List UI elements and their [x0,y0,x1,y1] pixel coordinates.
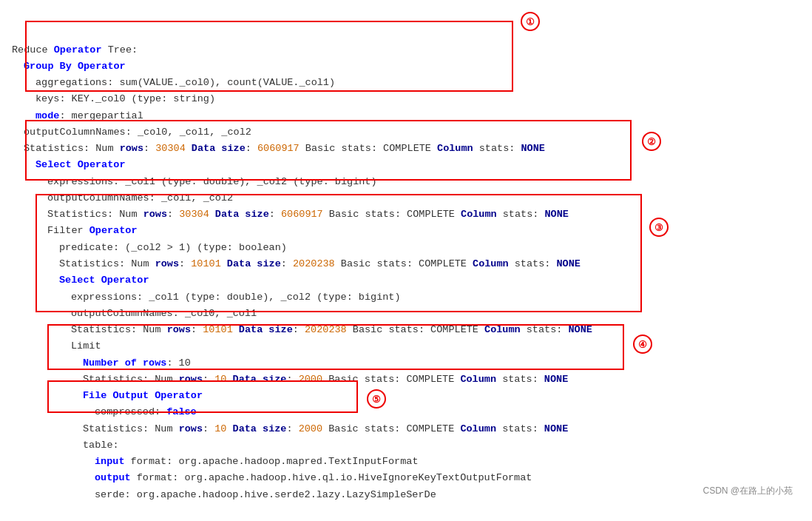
code-line: mode: mergepartial [12,108,800,124]
code-token: NONE [521,143,544,154]
code-token: : [269,209,281,220]
code-token: Basic stats: COMPLETE [347,324,484,335]
code-line: Reduce Operator Tree: [12,42,800,58]
code-token: Column [437,143,473,154]
code-token: compressed: [95,406,166,417]
code-token: outputColumnNames: _col1, _col2 [47,192,233,204]
code-token: rows [155,258,179,269]
code-token: Basic stats: COMPLETE [335,258,473,269]
code-line: Select Operator [12,157,800,173]
code-token: Statistics: Num [71,324,167,335]
code-token: Basic stats: COMPLETE [300,143,437,154]
badge-1: ① [521,12,540,31]
code-token: stats: [496,374,544,385]
code-token: Operator [89,225,138,236]
code-line: table: [12,437,800,454]
code-line: Statistics: Num rows: 10101 Data size: 2… [12,256,800,272]
code-line: File Output Operator [12,388,800,404]
code-token: : 10 [166,357,190,369]
code-token: : [167,209,179,220]
code-token: Data size [233,423,287,434]
code-token: 10101 [203,324,233,335]
code-token: stats: [497,209,545,220]
code-token: format: org.apache.hadoop.hive.ql.io.Hiv… [131,472,532,483]
code-token: rows [120,143,143,154]
code-token: expressions: _col1 (type: double), _col2… [71,292,401,303]
code-token: : [179,258,191,269]
code-token: input [95,456,125,467]
code-token: NONE [544,423,568,434]
code-token: Statistics: Num [83,374,179,385]
code-token: Data size [233,374,287,385]
code-token: 10101 [191,258,221,269]
code-line: keys: KEY._col0 (type: string) [12,91,800,107]
code-token: Column [460,374,496,385]
code-token: output [95,472,131,483]
code-token: : [143,143,155,154]
code-token: mode [35,110,59,121]
code-line: aggregations: sum(VALUE._col0), count(VA… [12,75,800,91]
code-token: Reduce [12,44,54,56]
code-token: : [246,143,257,154]
badge-3: ③ [649,218,669,237]
code-line: Statistics: Num rows: 30304 Data size: 6… [12,206,800,223]
code-token: File Output Operator [83,390,203,401]
code-token: outputColumnNames: _col0, _col1, _col2 [24,127,251,138]
code-token [209,209,215,220]
code-token: Statistics: Num [24,143,120,154]
code-token: expressions: _col1 (type: double), _col2… [47,176,377,187]
code-line: outputColumnNames: _col0, _col1, _col2 [12,124,800,141]
code-token: rows [179,374,203,385]
code-token: Group By Operator [24,61,126,72]
code-token [221,258,227,269]
code-line: serde: org.apache.hadoop.hive.serde2.laz… [12,487,800,503]
code-token: 2020238 [293,258,335,269]
code-line: outputColumnNames: _col0, _col1 [12,306,800,322]
code-token: Basic stats: COMPLETE [323,209,461,220]
code-token: 2000 [299,374,322,385]
code-token: : [286,374,298,385]
code-line: Statistics: Num rows: 10 Data size: 2000… [12,372,800,388]
code-display: Reduce Operator Tree:Group By Operatorag… [12,9,800,503]
code-token: Statistics: Num [47,209,143,220]
code-token: : mergepartial [59,110,143,121]
code-token: 2020238 [305,324,347,335]
code-token: Number of rows [83,357,166,369]
code-token: Column [473,258,509,269]
code-token: stats: [473,143,521,154]
code-line: Group By Operator [12,58,800,75]
code-token: Data size [227,258,281,269]
code-line: outputColumnNames: _col1, _col2 [12,190,800,206]
code-line: Number of rows: 10 [12,355,800,372]
code-line: input format: org.apache.hadoop.mapred.T… [12,454,800,470]
code-line: predicate: (_col2 > 1) (type: boolean) [12,240,800,256]
code-line: output format: org.apache.hadoop.hive.ql… [12,470,800,486]
code-token: : [203,423,214,434]
code-token: Statistics: Num [59,258,155,269]
code-line: Limit [12,338,800,354]
code-token: Data size [192,143,246,154]
code-token: Basic stats: COMPLETE [322,423,460,434]
code-line: expressions: _col1 (type: double), _col2… [12,289,800,306]
code-token: Select [35,159,72,170]
code-token: Select [59,275,95,286]
code-line: Statistics: Num rows: 10101 Data size: 2… [12,322,800,338]
badge-5: ⑤ [367,389,386,409]
code-line: Statistics: Num rows: 30304 Data size: 6… [12,141,800,157]
code-token: rows [143,209,167,220]
code-token: : [286,423,298,434]
code-token: 10 [214,423,226,434]
code-token: 30304 [155,143,186,154]
code-token: Column [461,209,497,220]
code-token: table: [83,440,119,451]
code-token: predicate: (_col2 > 1) (type: boolean) [59,242,287,253]
code-token: Statistics: Num [83,423,179,434]
code-token: : [281,258,293,269]
code-token: : [191,324,203,335]
code-line: Select Operator [12,272,800,289]
code-token: Tree: [102,44,138,56]
code-token: 6060917 [257,143,300,154]
code-token: outputColumnNames: _col0, _col1 [71,308,257,319]
code-token: NONE [544,209,568,220]
code-token: keys: KEY._col0 (type: string) [35,93,215,104]
